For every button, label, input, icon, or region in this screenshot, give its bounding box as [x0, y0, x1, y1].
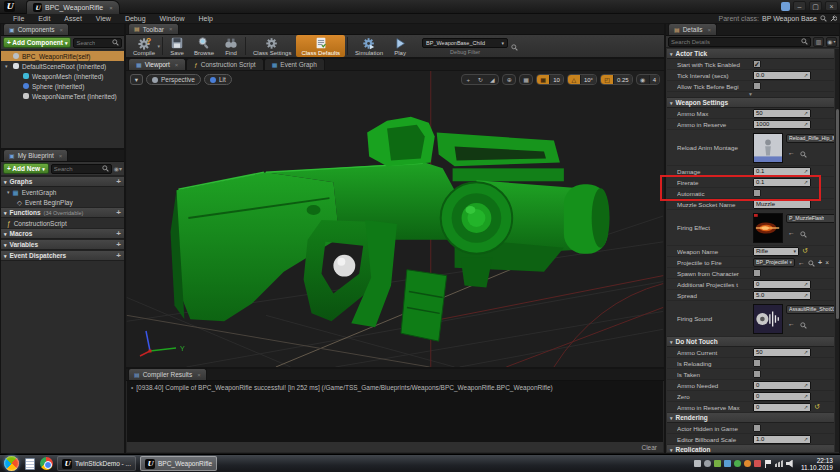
- components-tab[interactable]: ▣ Components ×: [3, 23, 69, 35]
- expander-icon[interactable]: ▾: [670, 51, 673, 57]
- camera-speed-value[interactable]: 4: [649, 75, 659, 84]
- class-settings-button[interactable]: Class Settings: [248, 35, 296, 57]
- menu-edit[interactable]: Edit: [31, 14, 57, 23]
- blueprint-section-functions[interactable]: ▾Functions(34 Overridable)+: [1, 207, 124, 218]
- value-input[interactable]: 0↗: [753, 403, 811, 412]
- blueprint-section-macros[interactable]: ▾Macros+: [1, 228, 124, 239]
- value-input[interactable]: 0.0↗: [753, 71, 811, 80]
- debug-object-dropdown[interactable]: BP_WeaponBase_Child▾: [422, 38, 508, 48]
- section-header-rendering[interactable]: ▾Rendering: [667, 413, 834, 423]
- blueprint-section-event-dispatchers[interactable]: ▾Event Dispatchers+: [1, 250, 124, 261]
- menu-help[interactable]: Help: [191, 14, 219, 23]
- tab-close-icon[interactable]: ×: [109, 5, 113, 11]
- asset-thumbnail-anim[interactable]: [753, 133, 783, 163]
- viewport[interactable]: ▾ Perspective Lit + ↻ ◢ ⊕ ▦ ▦ 10: [125, 70, 665, 368]
- browse-button[interactable]: Browse: [189, 35, 219, 57]
- section-header-weapon-settings[interactable]: ▾Weapon Settings: [667, 98, 834, 108]
- scale-snap-value[interactable]: 0.25: [613, 75, 632, 84]
- minimize-button[interactable]: –: [793, 1, 806, 11]
- layout-pin-icon[interactable]: [781, 2, 790, 11]
- tab-viewport[interactable]: ▦Viewport×: [128, 58, 186, 70]
- rotation-snap-value[interactable]: 10°: [580, 75, 596, 84]
- rotate-tool-icon[interactable]: ↻: [474, 75, 486, 84]
- asset-thumbnail-sound[interactable]: [753, 304, 783, 334]
- add-macros-icon[interactable]: +: [116, 230, 121, 238]
- menu-view[interactable]: View: [89, 14, 118, 23]
- drag-handle-icon[interactable]: ↗: [804, 436, 808, 442]
- scale-snap-toggle-icon[interactable]: ◰: [601, 75, 613, 84]
- asset-browse-icon[interactable]: [800, 144, 807, 162]
- component-row-defaultsceneroot-inherited[interactable]: ▾DefaultSceneRoot (Inherited): [1, 61, 124, 71]
- menu-window[interactable]: Window: [153, 14, 192, 23]
- tab-construction-script[interactable]: ƒConstruction Script: [186, 58, 263, 70]
- scrollbar-thumb[interactable]: [836, 109, 839, 319]
- use-selected-asset-icon[interactable]: ←: [788, 149, 795, 156]
- reset-to-default-icon[interactable]: ↺: [814, 403, 820, 411]
- perspective-button[interactable]: Perspective: [146, 74, 201, 85]
- value-input[interactable]: 0.1↗: [753, 178, 811, 187]
- tray-app-icon[interactable]: [724, 460, 731, 467]
- edit-parent-class-wrench-icon[interactable]: [830, 15, 837, 23]
- value-input[interactable]: 50↗: [753, 348, 811, 357]
- use-selected-asset-icon[interactable]: ←: [788, 229, 795, 236]
- notepad-taskbar-icon[interactable]: [23, 457, 36, 471]
- checkbox[interactable]: [753, 82, 761, 90]
- scale-tool-icon[interactable]: ◢: [486, 75, 498, 84]
- asset-dropdown[interactable]: BP_ProjectileBase▾: [753, 258, 795, 267]
- section-header-actor-tick[interactable]: ▾Actor Tick: [667, 49, 834, 59]
- add-component-button[interactable]: + Add Component▾: [3, 37, 71, 48]
- checkbox[interactable]: [753, 370, 761, 378]
- simulation-button[interactable]: Simulation: [350, 35, 388, 57]
- find-button[interactable]: Find: [219, 35, 243, 57]
- start-button[interactable]: [4, 456, 19, 471]
- compile-button[interactable]: ?Compile▾: [128, 35, 160, 57]
- taskbar-item-twinstickdemo[interactable]: UTwinStickDemo - ...: [57, 456, 136, 471]
- my-blueprint-tab[interactable]: ▣ My Blueprint ×: [3, 149, 68, 161]
- asset-thumbnail-flash[interactable]: [753, 213, 783, 243]
- surface-snap-icon[interactable]: ▦: [520, 75, 532, 84]
- tray-status-icon[interactable]: [734, 460, 741, 467]
- drag-handle-icon[interactable]: ↗: [804, 179, 808, 185]
- checkbox[interactable]: [753, 269, 761, 277]
- save-button[interactable]: Save: [165, 35, 189, 57]
- property-matrix-icon[interactable]: ▥: [813, 37, 824, 47]
- value-input[interactable]: 1000↗: [753, 120, 811, 129]
- asset-dropdown[interactable]: P_MuzzleFlash▾: [786, 214, 834, 223]
- tab-close-icon[interactable]: ×: [175, 62, 179, 68]
- drag-handle-icon[interactable]: ↗: [804, 110, 808, 116]
- checkbox[interactable]: ✓: [753, 60, 761, 68]
- use-selected-asset-icon[interactable]: ←: [788, 320, 795, 327]
- network-icon[interactable]: [775, 460, 783, 467]
- taskbar-item-bpc-weaponrifle[interactable]: UBPC_WeaponRifle: [140, 456, 217, 471]
- asset-browse-icon[interactable]: [800, 315, 807, 333]
- toolbar-tab-close-icon[interactable]: ×: [169, 26, 173, 32]
- asset-dropdown[interactable]: AssaultRifle_Shot01_Cue▾: [786, 305, 834, 314]
- expander-icon[interactable]: ▾: [4, 253, 7, 259]
- expander-icon[interactable]: ▾: [4, 242, 7, 248]
- blueprint-item-event-beginplay[interactable]: ◇Event BeginPlay: [1, 197, 124, 207]
- play-button[interactable]: Play: [388, 35, 412, 57]
- details-search-input[interactable]: Search Details: [668, 37, 811, 47]
- checkbox[interactable]: [753, 189, 761, 197]
- compiler-results-tab[interactable]: ▤ Compiler Results ×: [128, 368, 207, 380]
- blueprint-section-variables[interactable]: ▾Variables+: [1, 239, 124, 250]
- drag-handle-icon[interactable]: ↗: [804, 168, 808, 174]
- view-options-eye-icon[interactable]: ◉▾: [114, 165, 122, 172]
- translate-tool-icon[interactable]: +: [462, 75, 474, 84]
- compile-options-caret-icon[interactable]: ▾: [158, 43, 161, 49]
- value-input[interactable]: 0.1↗: [753, 167, 811, 176]
- viewport-options-button[interactable]: ▾: [130, 74, 143, 85]
- drag-handle-icon[interactable]: ↗: [804, 121, 808, 127]
- rotation-snap-toggle-icon[interactable]: △: [568, 75, 580, 84]
- value-input[interactable]: 0↗: [753, 392, 811, 401]
- add-functions-icon[interactable]: +: [116, 209, 121, 217]
- my-blueprint-search-input[interactable]: Search: [51, 164, 112, 174]
- blueprint-document-tab[interactable]: U BPC_WeaponRifle ×: [26, 0, 120, 14]
- use-selected-asset-icon[interactable]: ←: [798, 259, 805, 266]
- checkbox[interactable]: [753, 359, 761, 367]
- details-scrollbar[interactable]: [835, 49, 839, 452]
- expander-icon[interactable]: ▾: [5, 63, 10, 69]
- menu-debug[interactable]: Debug: [118, 14, 153, 23]
- section-header-do-not-touch[interactable]: ▾Do Not Touch: [667, 337, 834, 347]
- drag-handle-icon[interactable]: ↗: [804, 72, 808, 78]
